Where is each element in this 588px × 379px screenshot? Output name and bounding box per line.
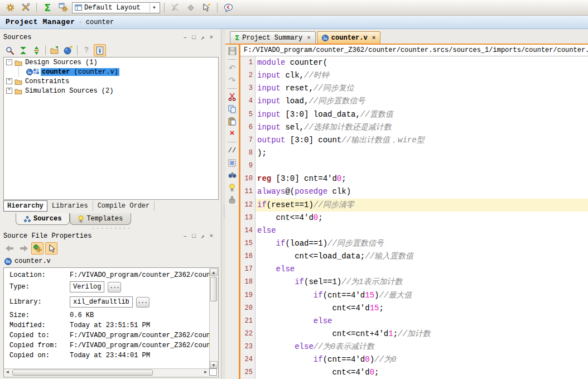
code-line[interactable]: 9 (240, 160, 588, 172)
tab-close-icon[interactable]: × (372, 35, 376, 41)
editor-tab-project-summary[interactable]: ΣProject Summary× (230, 31, 316, 44)
code-text[interactable]: input load,//同步置数信号 (256, 95, 588, 108)
code-line[interactable]: 22 cnt<=cnt+4'd1;//加计数 (240, 328, 588, 340)
help-button-disabled[interactable]: ? (80, 44, 93, 56)
code-line[interactable]: 14else (240, 224, 588, 237)
code-line[interactable]: 7output [3:0] count//输出计数值，wire型 (240, 134, 588, 147)
settings-gear-button[interactable] (3, 1, 17, 15)
code-line[interactable]: 16 cnt<=load_data;//输入置数值 (240, 250, 588, 263)
tree-expander[interactable]: + (6, 78, 12, 84)
code-line[interactable]: 15 if(load==1)//同步置数信号 (240, 237, 588, 250)
undo-button-disabled[interactable]: ↶ (226, 63, 238, 73)
tree-item-label[interactable]: Design Sources (1) (24, 59, 99, 66)
code-line[interactable]: 25 cnt<=4'd0; (240, 366, 588, 379)
select-mode-button[interactable] (45, 242, 57, 255)
combo-dropdown-arrow[interactable]: ▼ (150, 3, 158, 12)
feedback-button[interactable]: € (221, 1, 235, 15)
tab-templates[interactable]: Templates (70, 213, 131, 225)
code-text[interactable]: module counter( (256, 56, 588, 69)
scrollbar-thumb[interactable] (12, 370, 153, 376)
code-text[interactable]: input sel,//选择加计数还是减计数 (256, 121, 588, 134)
code-text[interactable]: output [3:0] count//输出计数值，wire型 (256, 134, 588, 147)
code-line[interactable]: 19 if(cnt==4'd15)//最大值 (240, 289, 588, 302)
tree-expander[interactable]: + (6, 88, 12, 94)
code-line[interactable]: 24 if(cnt==4'd0)//为0 (240, 353, 588, 366)
tree-item-label[interactable]: counter (counter.v) (41, 68, 119, 76)
code-text[interactable]: else//为0表示减计数 (256, 340, 588, 353)
scroll-up-arrow[interactable]: ▲ (210, 268, 218, 276)
collapse-all-button[interactable] (17, 44, 29, 56)
code-text[interactable]: else (256, 263, 588, 276)
maximize-button[interactable]: □ (192, 34, 196, 41)
code-text[interactable]: else (256, 315, 588, 328)
language-assist-button[interactable] (226, 182, 238, 193)
block-select-button[interactable] (226, 157, 238, 168)
tree-item-label[interactable]: Simulation Sources (2) (24, 87, 114, 95)
tab-sources[interactable]: Sources (16, 213, 70, 225)
toggle-comment-button[interactable]: // (226, 145, 238, 156)
back-button-disabled[interactable] (3, 242, 16, 255)
layout-selector[interactable]: Default Layout ▼ (72, 2, 160, 13)
code-line[interactable]: 20 cnt<=4'd15; (240, 302, 588, 315)
search-button[interactable] (3, 44, 16, 56)
code-text[interactable]: input [3:0] load_data,//置数值 (256, 108, 588, 121)
view-tab-hierarchy[interactable]: Hierarchy (3, 200, 47, 212)
tree-item-simulation-sources[interactable]: +Simulation Sources (2) (4, 86, 218, 95)
code-line[interactable]: 18 if(sel==1)//为1表示加计数 (240, 276, 588, 289)
browse-button[interactable]: ... (136, 297, 150, 308)
minimize-button[interactable]: – (184, 34, 187, 41)
code-text[interactable]: if(reset==1)//同步清零 (256, 199, 588, 212)
add-sources-button[interactable] (62, 44, 74, 56)
scrollbar-thumb[interactable] (210, 277, 217, 301)
maximize-button[interactable]: □ (192, 233, 196, 240)
properties-view-button[interactable] (31, 242, 44, 255)
diamond-button-disabled[interactable] (184, 1, 197, 15)
code-text[interactable]: always@(posedge clk) (256, 185, 588, 198)
close-button[interactable]: × (209, 34, 213, 41)
code-text[interactable]: if(cnt==4'd0)//为0 (256, 353, 588, 366)
code-line[interactable]: 12if(reset==1)//同步清零 (240, 199, 588, 212)
code-line[interactable]: 4input load,//同步置数信号 (240, 95, 588, 108)
tab-close-icon[interactable]: × (307, 35, 311, 41)
code-line[interactable]: 5input [3:0] load_data,//置数值 (240, 108, 588, 121)
code-text[interactable]: cnt<=cnt+4'd1;//加计数 (256, 328, 588, 340)
code-text[interactable]: input reset,//同步复位 (256, 82, 588, 95)
code-area[interactable]: 1module counter(2input clk,//时钟3input re… (240, 56, 588, 379)
code-line[interactable]: 10reg [3:0] cnt=4'd0; (240, 172, 588, 185)
project-summary-button[interactable]: Σ (41, 1, 54, 15)
scroll-to-selected-button[interactable] (94, 44, 106, 56)
select-pointer-button[interactable] (200, 1, 213, 15)
code-line[interactable]: 21 else (240, 315, 588, 328)
copy-button[interactable] (226, 104, 238, 114)
save-button-disabled[interactable] (226, 46, 238, 56)
redo-button-disabled[interactable]: ↷ (226, 75, 238, 85)
code-text[interactable]: ); (256, 147, 588, 160)
code-text[interactable]: else (256, 224, 588, 237)
scroll-right-arrow[interactable]: ► (202, 369, 209, 376)
layout-settings-button[interactable] (56, 1, 70, 15)
dart-button-disabled[interactable] (168, 1, 182, 15)
forward-button-disabled[interactable] (17, 242, 30, 255)
code-text[interactable] (256, 160, 588, 172)
scroll-down-arrow[interactable]: ▼ (210, 361, 218, 368)
cut-button[interactable] (226, 92, 238, 102)
property-input[interactable]: xil_defaultlib (70, 296, 133, 308)
code-line[interactable]: 11always@(posedge clk) (240, 185, 588, 198)
paste-button[interactable] (226, 116, 238, 127)
tree-item-label[interactable]: Constraints (24, 78, 70, 85)
code-text[interactable]: cnt<=load_data;//输入置数值 (256, 250, 588, 263)
code-text[interactable]: reg [3:0] cnt=4'd0; (256, 172, 588, 185)
code-line[interactable]: 23 else//为0表示减计数 (240, 340, 588, 353)
code-text[interactable]: if(cnt==4'd15)//最大值 (256, 289, 588, 302)
minimize-button[interactable]: – (184, 233, 187, 240)
find-button[interactable] (226, 170, 238, 180)
delete-button[interactable]: × (226, 128, 238, 139)
close-button[interactable]: × (209, 233, 213, 240)
code-line[interactable]: 3input reset,//同步复位 (240, 82, 588, 95)
code-line[interactable]: 1module counter( (240, 56, 588, 69)
code-text[interactable]: if(sel==1)//为1表示加计数 (256, 276, 588, 289)
float-button[interactable]: ↗ (201, 34, 205, 41)
browse-button[interactable]: ... (108, 282, 121, 292)
code-text[interactable]: cnt<=4'd0; (256, 212, 588, 224)
horizontal-scrollbar[interactable]: ◄ ► (4, 368, 209, 376)
